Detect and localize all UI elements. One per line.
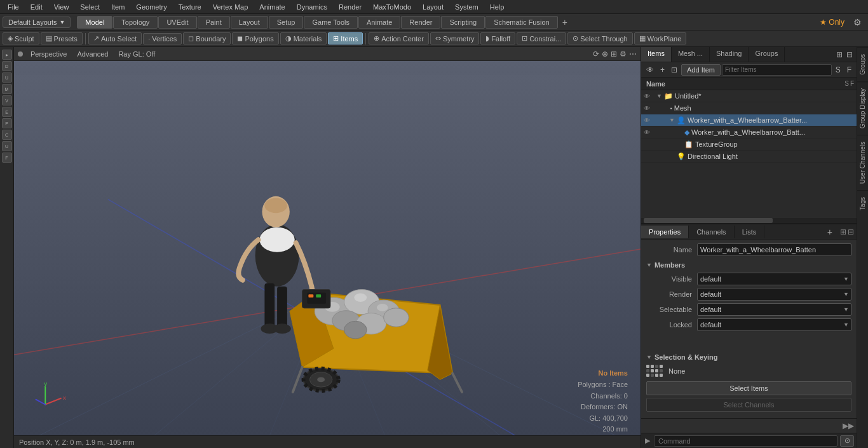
left-sidebar-btn-2[interactable]: D bbox=[2, 61, 12, 71]
tree-arrow-2[interactable]: ▼ bbox=[669, 117, 675, 123]
add-item-button[interactable]: Add Item bbox=[681, 64, 721, 76]
polygons-button[interactable]: ◼Polygons bbox=[232, 32, 278, 44]
items-search-icon[interactable]: S bbox=[833, 64, 843, 76]
filter-items-input[interactable] bbox=[722, 64, 832, 76]
name-field-input[interactable] bbox=[697, 243, 851, 256]
rp-expand-icon[interactable]: ⊞ bbox=[835, 49, 844, 60]
selectable-select[interactable]: default bbox=[697, 303, 851, 316]
items-button[interactable]: ⊞Items bbox=[328, 32, 363, 44]
menu-select[interactable]: Select bbox=[75, 2, 105, 12]
select-through-button[interactable]: ⊙Select Through bbox=[567, 32, 632, 44]
rp-tab-shading[interactable]: Shading bbox=[710, 47, 749, 62]
tab-uvedit[interactable]: UVEdit bbox=[158, 16, 196, 29]
locked-select[interactable]: default bbox=[697, 318, 851, 331]
viewport-zoom-icon[interactable]: ⊕ bbox=[602, 50, 608, 58]
menu-system[interactable]: System bbox=[450, 2, 484, 12]
tab-topology[interactable]: Topology bbox=[113, 16, 158, 29]
viewport-label-advanced[interactable]: Advanced bbox=[74, 50, 111, 58]
menu-edit[interactable]: Edit bbox=[25, 2, 48, 12]
viewport-settings-icon[interactable]: ⚙ bbox=[620, 50, 627, 58]
menu-help[interactable]: Help bbox=[485, 2, 510, 12]
tree-row-texturegroup[interactable]: 👁 ▶ 📋 TextureGroup bbox=[641, 139, 857, 151]
selection-keying-header[interactable]: ▼ Selection & Keying bbox=[646, 353, 851, 361]
items-filter-icon[interactable]: ⊡ bbox=[668, 64, 680, 76]
tree-eye-0[interactable]: 👁 bbox=[644, 93, 654, 100]
left-sidebar-btn-6[interactable]: E bbox=[2, 107, 12, 117]
menu-item[interactable]: Item bbox=[106, 2, 130, 12]
sort-icon[interactable]: S bbox=[844, 80, 849, 87]
menu-vertexmap[interactable]: Vertex Map bbox=[208, 2, 254, 12]
members-section-header[interactable]: ▼ Members bbox=[646, 261, 851, 269]
menu-dynamics[interactable]: Dynamics bbox=[292, 2, 332, 12]
far-right-tab-userchannels[interactable]: User Channels bbox=[857, 135, 868, 190]
rp-collapse-icon[interactable]: ⊟ bbox=[845, 49, 854, 60]
tab-schematic[interactable]: Schematic Fusion bbox=[485, 16, 557, 29]
tree-eye-2[interactable]: 👁 bbox=[644, 117, 654, 124]
visible-select[interactable]: default bbox=[697, 273, 851, 285]
viewport-rotate-icon[interactable]: ⟳ bbox=[593, 50, 599, 58]
tree-row-mesh[interactable]: 👁 ▶ ▪ Mesh bbox=[641, 102, 857, 114]
menu-render[interactable]: Render bbox=[334, 2, 367, 12]
filter-col-icon[interactable]: F bbox=[850, 80, 854, 87]
tree-arrow-0[interactable]: ▼ bbox=[656, 93, 663, 99]
presets-button[interactable]: ▤Presets bbox=[41, 32, 83, 44]
props-tab-properties[interactable]: Properties bbox=[641, 226, 689, 238]
command-input[interactable] bbox=[654, 435, 837, 447]
viewport[interactable]: Perspective Advanced Ray GL: Off ⟳ ⊕ ⊞ ⚙… bbox=[14, 47, 641, 448]
viewport-dot-1[interactable] bbox=[18, 51, 23, 57]
far-right-tab-tags[interactable]: Tags bbox=[857, 190, 868, 217]
tree-row-light[interactable]: 👁 ▶ 💡 Directional Light bbox=[641, 151, 857, 163]
workplane-button[interactable]: ▦WorkPlane bbox=[634, 32, 687, 44]
viewport-more-icon[interactable]: ⋯ bbox=[629, 50, 637, 58]
vertices-button[interactable]: ·Vertices bbox=[143, 33, 182, 44]
props-tab-channels[interactable]: Channels bbox=[689, 226, 734, 238]
props-tab-lists[interactable]: Lists bbox=[735, 226, 765, 238]
props-collapse-icon[interactable]: ⊟ bbox=[848, 227, 854, 236]
items-config-icon[interactable]: F bbox=[844, 64, 854, 76]
tree-eye-1[interactable]: 👁 bbox=[644, 105, 654, 112]
star-only-button[interactable]: ★ Only bbox=[816, 18, 848, 27]
sculpt-button[interactable]: ◈Sculpt bbox=[3, 32, 39, 44]
props-expand-icon[interactable]: ⊞ bbox=[840, 227, 846, 236]
tab-model[interactable]: Model bbox=[77, 16, 112, 29]
auto-select-button[interactable]: ↗Auto Select bbox=[88, 32, 142, 44]
left-sidebar-btn-1[interactable]: ▸ bbox=[2, 50, 12, 60]
action-center-button[interactable]: ⊕Action Center bbox=[369, 32, 429, 44]
viewport-label-perspective[interactable]: Perspective bbox=[28, 50, 69, 58]
constrain-button[interactable]: ⊡Constrai... bbox=[517, 32, 566, 44]
tab-animate[interactable]: Animate bbox=[358, 16, 400, 29]
tree-eye-3[interactable]: 👁 bbox=[644, 129, 654, 136]
select-channels-button[interactable]: Select Channels bbox=[646, 398, 851, 412]
items-plus-icon[interactable]: + bbox=[658, 64, 667, 76]
viewport-label-raygl[interactable]: Ray GL: Off bbox=[116, 50, 158, 58]
render-select[interactable]: default bbox=[697, 288, 851, 301]
select-items-button[interactable]: Select Items bbox=[646, 381, 851, 395]
left-sidebar-btn-3[interactable]: U bbox=[2, 72, 12, 83]
symmetry-button[interactable]: ⇔Symmetry bbox=[430, 32, 480, 44]
left-sidebar-btn-4[interactable]: M bbox=[2, 84, 12, 94]
left-sidebar-btn-9[interactable]: U bbox=[2, 141, 12, 151]
items-eye-icon[interactable]: 👁 bbox=[644, 64, 656, 76]
menu-geometry[interactable]: Geometry bbox=[131, 2, 172, 12]
items-scrollbar[interactable] bbox=[641, 218, 857, 223]
layouts-dropdown[interactable]: Default Layouts ▼ bbox=[3, 17, 71, 28]
far-right-tab-groups[interactable]: Groups bbox=[857, 47, 868, 81]
tab-render[interactable]: Render bbox=[401, 16, 440, 29]
boundary-button[interactable]: ◻Boundary bbox=[183, 32, 231, 44]
props-expand-arrow-icon[interactable]: ▶▶ bbox=[843, 421, 854, 430]
rp-tab-groups[interactable]: Groups bbox=[749, 47, 785, 62]
rp-tab-items[interactable]: Items bbox=[641, 47, 672, 62]
rp-tab-mesh[interactable]: Mesh ... bbox=[672, 47, 710, 62]
viewport-frame-icon[interactable]: ⊞ bbox=[611, 50, 617, 58]
materials-button[interactable]: ◑Materials bbox=[280, 32, 327, 44]
menu-animate[interactable]: Animate bbox=[254, 2, 290, 12]
left-sidebar-btn-10[interactable]: F bbox=[2, 153, 12, 163]
tree-row-untitled[interactable]: 👁 ▼ 📁 Untitled* bbox=[641, 90, 857, 102]
add-tab-button[interactable]: + bbox=[559, 16, 571, 29]
far-right-tab-groupdisplay[interactable]: Group Display bbox=[857, 81, 868, 135]
command-execute-button[interactable]: ⊙ bbox=[840, 435, 854, 447]
tab-layout[interactable]: Layout bbox=[231, 16, 268, 29]
left-sidebar-btn-7[interactable]: P bbox=[2, 118, 12, 128]
settings-icon[interactable]: ⚙ bbox=[850, 16, 865, 29]
falloff-button[interactable]: ◗Falloff bbox=[480, 32, 515, 44]
